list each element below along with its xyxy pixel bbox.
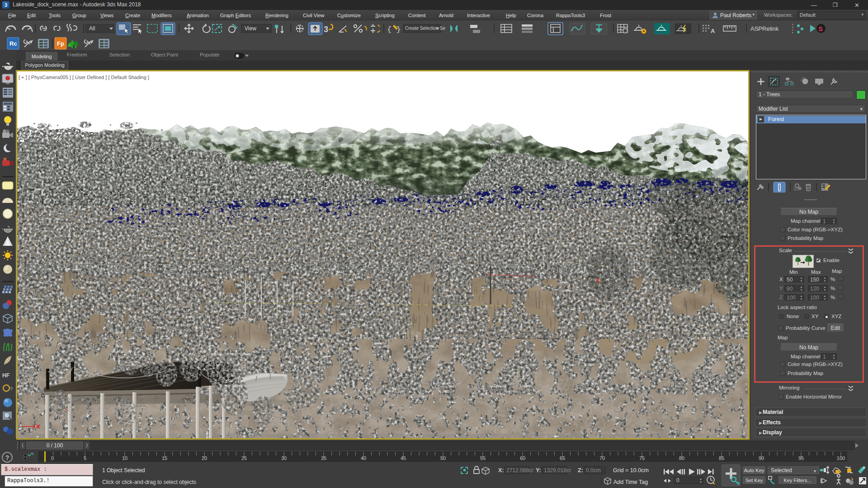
svg-text:A: A <box>711 28 715 34</box>
svg-text:Fp: Fp <box>57 40 64 47</box>
svg-text:Create Selection Se: Create Selection Se <box>405 26 445 31</box>
svg-text:All: All <box>89 25 95 32</box>
svg-text:Rc: Rc <box>9 40 17 47</box>
svg-text:HF: HF <box>2 372 9 379</box>
svg-text:ASPRelink: ASPRelink <box>750 25 779 32</box>
svg-text:3: 3 <box>324 25 328 34</box>
svg-text:S: S <box>818 25 823 33</box>
svg-text:View: View <box>245 25 256 32</box>
svg-text:?: ? <box>10 386 13 392</box>
